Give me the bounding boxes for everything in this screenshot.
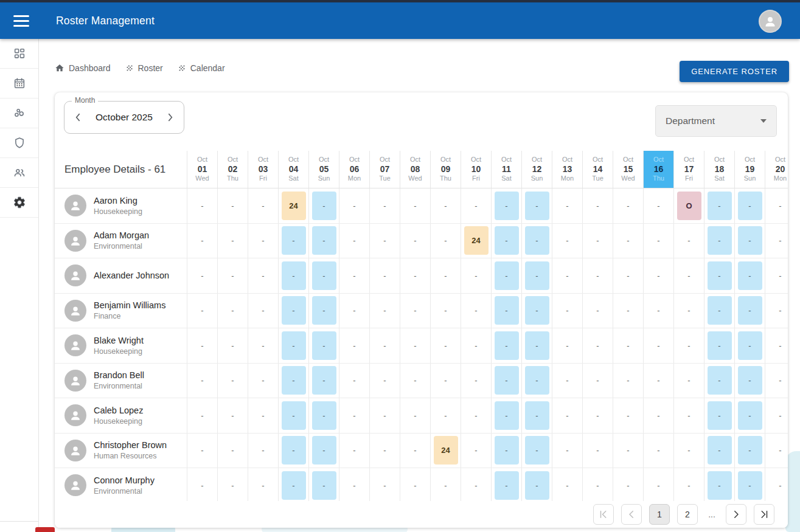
shift-cell[interactable]: - bbox=[278, 258, 308, 293]
shift-cell[interactable]: - bbox=[248, 294, 278, 328]
shift-cell[interactable]: - bbox=[673, 364, 704, 398]
shift-cell[interactable]: - bbox=[248, 224, 278, 258]
shift-cell[interactable]: - bbox=[673, 434, 704, 468]
shift-cell[interactable]: - bbox=[430, 398, 461, 433]
shift-cell[interactable]: - bbox=[643, 294, 673, 328]
shift-cell[interactable]: - bbox=[643, 364, 673, 398]
shift-cell[interactable]: - bbox=[643, 188, 673, 223]
user-avatar[interactable] bbox=[759, 10, 782, 33]
shift-cell[interactable]: - bbox=[491, 294, 521, 328]
shift-cell[interactable]: - bbox=[521, 468, 552, 503]
shift-cell[interactable]: - bbox=[308, 258, 339, 293]
shift-cell[interactable]: - bbox=[461, 258, 491, 293]
shift-cell[interactable]: - bbox=[673, 258, 704, 293]
shift-cell[interactable]: - bbox=[643, 224, 673, 258]
shift-cell[interactable]: - bbox=[765, 364, 788, 398]
shift-cell[interactable]: - bbox=[582, 258, 613, 293]
shift-cell[interactable]: - bbox=[582, 224, 613, 258]
shift-cell[interactable]: - bbox=[339, 398, 369, 433]
shift-cell[interactable]: - bbox=[400, 188, 430, 223]
shift-cell[interactable]: - bbox=[278, 294, 308, 328]
shift-cell[interactable]: - bbox=[217, 434, 248, 468]
shift-cell[interactable]: - bbox=[369, 188, 400, 223]
shift-cell[interactable]: - bbox=[400, 434, 430, 468]
shift-cell[interactable]: - bbox=[339, 294, 369, 328]
shift-cell[interactable]: - bbox=[308, 224, 339, 258]
shift-cell[interactable]: - bbox=[673, 294, 704, 328]
shift-cell[interactable]: - bbox=[491, 364, 521, 398]
shift-cell[interactable]: - bbox=[461, 188, 491, 223]
shift-cell[interactable]: - bbox=[187, 188, 217, 223]
shift-cell[interactable]: - bbox=[430, 188, 461, 223]
shift-cell[interactable]: - bbox=[521, 364, 552, 398]
shift-cell[interactable]: - bbox=[552, 364, 582, 398]
shift-cell[interactable]: - bbox=[278, 468, 308, 503]
shift-cell[interactable]: - bbox=[430, 294, 461, 328]
shift-cell[interactable]: - bbox=[400, 258, 430, 293]
previous-page-button[interactable] bbox=[621, 504, 642, 525]
shift-cell[interactable]: - bbox=[521, 434, 552, 468]
shift-cell[interactable]: - bbox=[734, 258, 765, 293]
shift-cell[interactable]: - bbox=[552, 468, 582, 503]
shift-cell[interactable]: - bbox=[673, 468, 704, 503]
shift-cell[interactable]: - bbox=[704, 294, 734, 328]
shift-cell[interactable]: - bbox=[643, 434, 673, 468]
shift-cell[interactable]: - bbox=[552, 398, 582, 433]
shift-cell[interactable]: - bbox=[765, 294, 788, 328]
shift-cell[interactable]: - bbox=[582, 294, 613, 328]
breadcrumb-roster[interactable]: Roster bbox=[125, 63, 163, 73]
shift-cell[interactable]: - bbox=[248, 364, 278, 398]
shift-cell[interactable]: - bbox=[400, 398, 430, 433]
shift-cell[interactable]: - bbox=[187, 364, 217, 398]
breadcrumb-calendar[interactable]: Calendar bbox=[178, 63, 225, 73]
department-select[interactable]: Department bbox=[655, 105, 777, 137]
shift-cell[interactable]: - bbox=[369, 434, 400, 468]
shift-cell[interactable]: - bbox=[248, 468, 278, 503]
shift-cell[interactable]: - bbox=[613, 294, 643, 328]
shift-cell[interactable]: - bbox=[217, 258, 248, 293]
sidebar-item-dashboard[interactable] bbox=[0, 39, 38, 69]
page-button-2[interactable]: 2 bbox=[677, 504, 698, 525]
shift-cell[interactable]: - bbox=[187, 224, 217, 258]
shift-cell[interactable]: - bbox=[552, 224, 582, 258]
shift-cell[interactable]: 24 bbox=[278, 188, 308, 223]
shift-cell[interactable]: - bbox=[400, 364, 430, 398]
shift-cell[interactable]: - bbox=[613, 364, 643, 398]
shift-cell[interactable]: - bbox=[339, 468, 369, 503]
shift-cell[interactable]: - bbox=[278, 434, 308, 468]
shift-cell[interactable]: - bbox=[582, 468, 613, 503]
shift-cell[interactable]: - bbox=[734, 328, 765, 363]
shift-cell[interactable]: - bbox=[643, 398, 673, 433]
shift-cell[interactable]: - bbox=[339, 364, 369, 398]
shift-cell[interactable]: - bbox=[461, 294, 491, 328]
shift-cell[interactable]: - bbox=[521, 188, 552, 223]
shift-cell[interactable]: - bbox=[217, 328, 248, 363]
shift-cell[interactable]: - bbox=[248, 328, 278, 363]
shift-cell[interactable]: - bbox=[187, 468, 217, 503]
shift-cell[interactable]: - bbox=[704, 224, 734, 258]
shift-cell[interactable]: - bbox=[308, 468, 339, 503]
shift-cell[interactable]: - bbox=[613, 328, 643, 363]
shift-cell[interactable]: - bbox=[248, 188, 278, 223]
next-month-button[interactable] bbox=[162, 109, 178, 125]
shift-cell[interactable]: - bbox=[582, 398, 613, 433]
shift-cell[interactable]: - bbox=[704, 398, 734, 433]
shift-cell[interactable]: - bbox=[734, 294, 765, 328]
page-button-1[interactable]: 1 bbox=[649, 504, 670, 525]
shift-cell[interactable]: - bbox=[248, 398, 278, 433]
shift-cell[interactable]: - bbox=[461, 328, 491, 363]
shift-cell[interactable]: - bbox=[643, 328, 673, 363]
shift-cell[interactable]: - bbox=[430, 364, 461, 398]
shift-cell[interactable]: - bbox=[369, 364, 400, 398]
shift-cell[interactable]: - bbox=[704, 434, 734, 468]
shift-cell[interactable]: - bbox=[643, 468, 673, 503]
shift-cell[interactable]: - bbox=[369, 258, 400, 293]
shift-cell[interactable]: - bbox=[430, 468, 461, 503]
shift-cell[interactable]: - bbox=[369, 468, 400, 503]
shift-cell[interactable]: - bbox=[765, 258, 788, 293]
shift-cell[interactable]: - bbox=[461, 364, 491, 398]
shift-cell[interactable]: - bbox=[765, 434, 788, 468]
shift-cell[interactable]: - bbox=[613, 188, 643, 223]
shift-cell[interactable]: - bbox=[491, 434, 521, 468]
shift-cell[interactable]: - bbox=[673, 328, 704, 363]
